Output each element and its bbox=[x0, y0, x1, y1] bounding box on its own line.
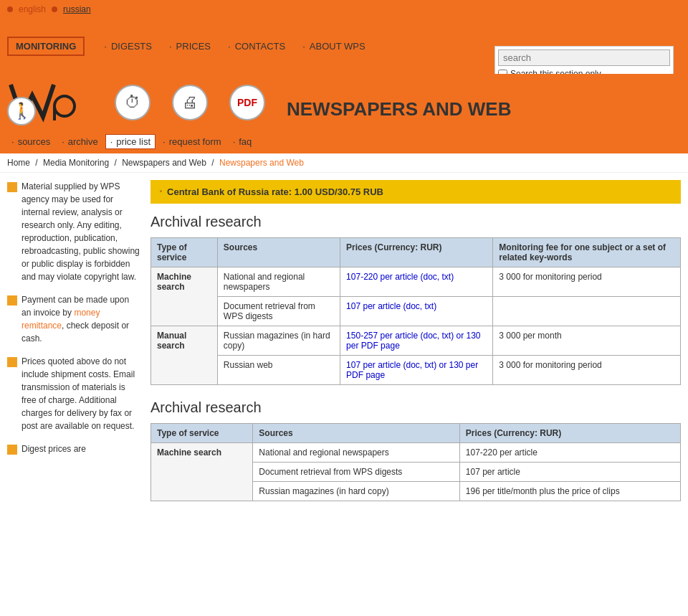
subnav-archive[interactable]: archive bbox=[57, 135, 102, 148]
table-row: Manual search Russian magazines (in hard… bbox=[151, 326, 681, 356]
exchange-rate-text: Central Bank of Russia rate: 1.00 USD/30… bbox=[167, 186, 383, 197]
site-title: NEWSPAPERS AND WEB bbox=[287, 98, 511, 120]
col-monitoring-fee: Monitoring fee for one subject or a set … bbox=[493, 238, 681, 267]
money-remittance-link[interactable]: money remittance bbox=[22, 308, 100, 331]
nav-about-wps[interactable]: ABOUT WPS bbox=[302, 41, 365, 52]
sidebar-bullet-3 bbox=[7, 357, 17, 367]
sidebar-text-4: Digest prices are bbox=[22, 442, 86, 455]
person-icon: 🚶 bbox=[7, 97, 36, 125]
breadcrumb-home[interactable]: Home bbox=[7, 158, 30, 168]
logo-icons: ⏱ 🖨 PDF bbox=[115, 85, 265, 120]
machine-search-monitoring-2 bbox=[493, 297, 681, 326]
col-prices: Prices (Currency: RUR) bbox=[340, 238, 493, 267]
machine-search-label: Machine search bbox=[151, 267, 218, 326]
sub-nav: sources archive price list request form … bbox=[0, 131, 688, 153]
table1-title: Archival research bbox=[150, 214, 681, 230]
table-row: Document retrieval from WPS digests 107 … bbox=[151, 297, 681, 326]
breadcrumb-newspapers-web[interactable]: Newspapers and Web bbox=[122, 158, 206, 168]
sidebar-bullet-4 bbox=[7, 445, 17, 455]
sidebar-section-1: Material supplied by WPS agency may be u… bbox=[7, 180, 140, 283]
content-area: Central Bank of Russia rate: 1.00 USD/30… bbox=[150, 180, 681, 516]
sidebar-section-2: Payment can be made upon an invoice by m… bbox=[7, 293, 140, 345]
sidebar-bullet-1 bbox=[7, 182, 17, 192]
sidebar-bullet-2 bbox=[7, 295, 17, 305]
sidebar-section-3: Prices quoted above do not include shipm… bbox=[7, 355, 140, 432]
machine-search-source-2: Document retrieval from WPS digests bbox=[217, 297, 340, 326]
subnav-pricelist[interactable]: price list bbox=[105, 134, 156, 149]
main-content: Material supplied by WPS agency may be u… bbox=[0, 173, 688, 523]
manual-search-label: Manual search bbox=[151, 326, 218, 385]
nav-digests[interactable]: DIGESTS bbox=[104, 41, 152, 52]
manual-search-monitoring-2: 3 000 for monitoring period bbox=[493, 356, 681, 385]
sidebar-text-3: Prices quoted above do not include shipm… bbox=[22, 355, 140, 432]
manual-search-monitoring-1: 3 000 per month bbox=[493, 326, 681, 356]
breadcrumb-current: Newspapers and Web bbox=[219, 158, 304, 168]
breadcrumb-media-monitoring[interactable]: Media Monitoring bbox=[43, 158, 109, 168]
t2-price-1: 107-220 per article bbox=[459, 443, 680, 463]
nav-prices[interactable]: PRICES bbox=[169, 41, 211, 52]
col2-prices: Prices (Currency: RUR) bbox=[459, 424, 680, 443]
logo-area: S ⏱ 🖨 PDF NEWSPAPERS AND WEB 🚶 bbox=[0, 74, 688, 131]
breadcrumb: Home / Media Monitoring / Newspapers and… bbox=[0, 153, 688, 173]
table-row: Machine search National and regional new… bbox=[151, 443, 681, 463]
print-icon: 🖨 bbox=[172, 85, 208, 120]
col2-type-service: Type of service bbox=[151, 424, 253, 443]
machine-search-price-2: 107 per article (doc, txt) bbox=[340, 297, 493, 326]
lang-dot-english bbox=[7, 6, 13, 12]
sidebar: Material supplied by WPS agency may be u… bbox=[7, 180, 140, 516]
clock-icon: ⏱ bbox=[115, 85, 150, 120]
pdf-icon: PDF bbox=[229, 85, 265, 120]
t2-source-1: National and regional newspapers bbox=[253, 443, 460, 463]
lang-russian[interactable]: russian bbox=[63, 4, 91, 14]
archival-research-table-2: Type of service Sources Prices (Currency… bbox=[150, 423, 681, 501]
svg-text:S: S bbox=[70, 80, 82, 99]
t2-source-2: Document retrieval from WPS digests bbox=[253, 463, 460, 482]
sidebar-section-4: Digest prices are bbox=[7, 442, 140, 455]
manual-search-source-2: Russian web bbox=[217, 356, 340, 385]
col-sources: Sources bbox=[217, 238, 340, 267]
header: english russian MONITORING DIGESTS PRICE… bbox=[0, 0, 688, 153]
manual-search-price-2: 107 per article (doc, txt) or 130 per PD… bbox=[340, 356, 493, 385]
table2-title: Archival research bbox=[150, 399, 681, 416]
table-row: Russian web 107 per article (doc, txt) o… bbox=[151, 356, 681, 385]
exchange-rate-bar: Central Bank of Russia rate: 1.00 USD/30… bbox=[150, 180, 681, 204]
t2-price-2: 107 per article bbox=[459, 463, 680, 482]
subnav-faq[interactable]: faq bbox=[229, 135, 257, 148]
language-bar: english russian bbox=[0, 0, 688, 19]
t2-source-3: Russian magazines (in hard copy) bbox=[253, 482, 460, 501]
col-type-service: Type of service bbox=[151, 238, 218, 267]
machine-search-source-1: National and regional newspapers bbox=[217, 267, 340, 297]
search-input[interactable] bbox=[498, 49, 670, 66]
machine-search-price-1: 107-220 per article (doc, txt) bbox=[340, 267, 493, 297]
subnav-requestform[interactable]: request form bbox=[158, 135, 226, 148]
manual-search-source-1: Russian magazines (in hard copy) bbox=[217, 326, 340, 356]
machine-search-label-2: Machine search bbox=[151, 443, 253, 501]
machine-search-monitoring-1: 3 000 for monitoring period bbox=[493, 267, 681, 297]
subnav-sources[interactable]: sources bbox=[7, 135, 54, 148]
sidebar-text-1: Material supplied by WPS agency may be u… bbox=[22, 180, 140, 283]
col2-sources: Sources bbox=[253, 424, 460, 443]
table-row: Machine search National and regional new… bbox=[151, 267, 681, 297]
lang-dot-russian bbox=[52, 6, 57, 12]
lang-english[interactable]: english bbox=[19, 4, 46, 14]
sidebar-text-2: Payment can be made upon an invoice by m… bbox=[22, 293, 140, 345]
nav-contacts[interactable]: CONTACTS bbox=[228, 41, 285, 52]
t2-price-3: 196 per title/month plus the price of cl… bbox=[459, 482, 680, 501]
monitoring-button[interactable]: MONITORING bbox=[7, 37, 85, 56]
main-nav: MONITORING DIGESTS PRICES CONTACTS ABOUT… bbox=[0, 19, 688, 74]
svg-point-0 bbox=[54, 96, 75, 116]
manual-search-price-1: 150-257 per article (doc, txt) or 130 pe… bbox=[340, 326, 493, 356]
archival-research-table-1: Type of service Sources Prices (Currency… bbox=[150, 237, 681, 385]
